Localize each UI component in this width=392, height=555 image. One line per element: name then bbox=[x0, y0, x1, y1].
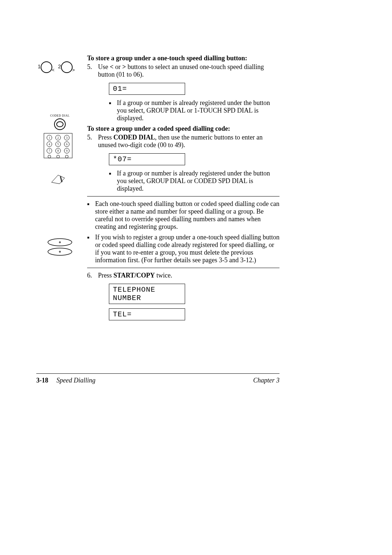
step-text: Press CODED DIAL, then use the numeric b… bbox=[98, 134, 279, 149]
divider bbox=[87, 196, 279, 197]
section1-step: 5. Use < or > buttons to select an unuse… bbox=[87, 63, 279, 78]
svg-text:2: 2 bbox=[57, 136, 59, 139]
display-tel: TEL= bbox=[109, 308, 185, 320]
nav-arrows-icon: 1 < 2 > bbox=[36, 61, 83, 76]
section3-step: 6. Press START/COPY twice. bbox=[87, 272, 279, 279]
coded-dial-label: CODED DIAL bbox=[36, 114, 83, 117]
svg-text:4: 4 bbox=[49, 143, 50, 146]
svg-point-7 bbox=[57, 122, 63, 127]
section-title: Speed Dialling bbox=[57, 377, 95, 384]
note-icon bbox=[36, 174, 83, 185]
page-footer: 3-18 Speed Dialling Chapter 3 bbox=[36, 373, 279, 384]
note-bullet1: ■ Each one-touch speed dialling button o… bbox=[87, 200, 279, 231]
step-number: 6. bbox=[87, 272, 98, 279]
display-01: 01= bbox=[109, 83, 185, 95]
step-number: 5. bbox=[87, 134, 98, 149]
svg-text:>: > bbox=[72, 68, 75, 73]
svg-text:2: 2 bbox=[58, 64, 61, 69]
svg-text:<: < bbox=[52, 68, 54, 73]
svg-point-28 bbox=[57, 155, 60, 158]
display-telephone-number: TELEPHONE NUMBER bbox=[109, 284, 185, 304]
divider bbox=[87, 268, 279, 268]
section2-bullet: ■ If a group or number is already regist… bbox=[109, 170, 279, 193]
note-bullet2: ■ If you wish to register a group under … bbox=[87, 234, 279, 264]
step-text: Press START/COPY twice. bbox=[98, 272, 279, 279]
svg-text:7: 7 bbox=[49, 149, 50, 153]
svg-text:3: 3 bbox=[66, 136, 68, 139]
svg-point-4 bbox=[61, 62, 72, 73]
numpad-icon: 1 2 3 4 5 6 7 8 9 bbox=[36, 133, 83, 158]
svg-text:1: 1 bbox=[49, 136, 50, 139]
svg-text:6: 6 bbox=[66, 143, 68, 146]
start-copy-icon bbox=[36, 238, 83, 257]
svg-text:5: 5 bbox=[57, 143, 59, 146]
section2-step: 5. Press CODED DIAL, then use the numeri… bbox=[87, 134, 279, 149]
section1-bullet: ■ If a group or number is already regist… bbox=[109, 99, 279, 122]
svg-text:1: 1 bbox=[38, 64, 41, 69]
chapter-label: Chapter 3 bbox=[253, 377, 279, 384]
step-number: 5. bbox=[87, 63, 98, 78]
step-text: Use < or > buttons to select an unused o… bbox=[98, 63, 279, 78]
display-07: *07= bbox=[109, 153, 185, 165]
svg-text:9: 9 bbox=[66, 149, 68, 153]
svg-point-6 bbox=[54, 119, 65, 130]
svg-point-27 bbox=[48, 155, 51, 158]
section2-heading: To store a group under a coded speed dia… bbox=[87, 125, 279, 133]
svg-text:8: 8 bbox=[57, 149, 59, 153]
svg-point-1 bbox=[41, 62, 52, 73]
page-number: 3-18 bbox=[36, 377, 48, 384]
section1-heading: To store a group under a one-touch speed… bbox=[87, 54, 279, 62]
svg-point-29 bbox=[65, 155, 68, 158]
coded-dial-icon: CODED DIAL bbox=[36, 114, 83, 130]
